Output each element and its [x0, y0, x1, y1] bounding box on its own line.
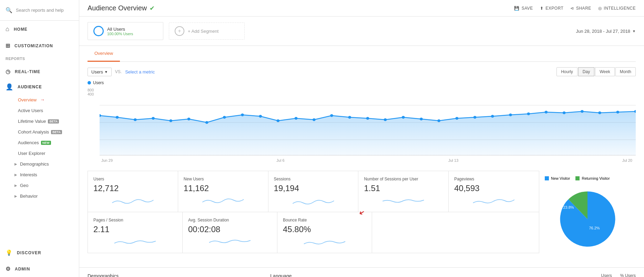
share-icon: ⊲ [570, 6, 574, 11]
export-button[interactable]: ⬆ EXPORT [540, 6, 564, 11]
metric-label-users: Users [93, 177, 172, 181]
select-metric-link[interactable]: Select a metric [125, 69, 155, 75]
sidebar-item-cohort-analysis[interactable]: Cohort Analysis BETA [0, 127, 79, 137]
sidebar-item-interests[interactable]: ▶ Interests [0, 169, 79, 180]
add-segment-button[interactable]: + + Add Segment [169, 22, 245, 40]
audience-label: AUDIENCE [18, 85, 42, 89]
sidebar-item-discover[interactable]: 💡 DISCOVER [0, 245, 79, 261]
metric-card-avg-session: Avg. Session Duration 00:02:08 [183, 212, 277, 253]
svg-point-32 [598, 111, 601, 114]
svg-point-22 [420, 118, 423, 120]
sidebar-item-lifetime-value[interactable]: Lifetime Value BETA [0, 116, 79, 127]
sparkline-users [93, 196, 172, 206]
admin-icon: ⚙ [6, 266, 11, 272]
behavior-label: Behavior [20, 194, 38, 199]
tabs-bar: Overview [88, 46, 636, 62]
metric-value-sessions: 19,194 [274, 184, 353, 193]
beta-badge-lifetime: BETA [48, 119, 59, 123]
metric-label-bounce-rate: Bounce Rate [283, 218, 366, 222]
add-segment-label: + Add Segment [188, 29, 218, 34]
sidebar-item-admin[interactable]: ⚙ ADMIN [0, 261, 79, 277]
expand-arrow-icon: ▶ [14, 162, 17, 166]
column-headers: Users % Users [453, 273, 636, 277]
save-button[interactable]: 💾 SAVE [514, 6, 533, 11]
pie-chart-wrapper: 76.2% 23.8% [545, 185, 630, 254]
sidebar-item-active-users[interactable]: Active Users [0, 105, 79, 116]
page-title-text: Audience Overview [88, 4, 147, 12]
new-visitor-color [545, 176, 549, 180]
interests-label: Interests [20, 172, 37, 177]
chart-x-labels: Jun 29 Jul 6 Jul 13 Jul 20 [98, 158, 636, 162]
svg-point-23 [437, 119, 440, 122]
lifetime-value-label: Lifetime Value [18, 119, 46, 124]
save-label: SAVE [522, 6, 533, 11]
metric-selector: Users ▼ VS. Select a metric [88, 68, 155, 76]
sparkline-new-users [184, 196, 263, 206]
time-btn-hourly[interactable]: Hourly [556, 67, 577, 76]
svg-point-33 [616, 111, 619, 113]
date-range-picker[interactable]: Jun 28, 2018 - Jul 27, 2018 ▼ [576, 29, 636, 34]
svg-point-26 [491, 115, 494, 118]
sidebar-item-customization[interactable]: ⊞ CUSTOMIZATION [0, 38, 79, 54]
main-content: Audience Overview ✔ 💾 SAVE ⬆ EXPORT ⊲ SH… [79, 0, 644, 277]
svg-point-13 [259, 115, 262, 118]
metrics-and-pie: Users 12,712 New Users 11,162 [88, 171, 636, 259]
svg-point-21 [402, 116, 405, 119]
sidebar-item-audience[interactable]: 👤 AUDIENCE [0, 80, 79, 94]
save-icon: 💾 [514, 6, 520, 11]
overview-label: Overview [18, 97, 37, 102]
sidebar: 🔍 Search reports and help ⌂ HOME ⊞ CUSTO… [0, 0, 79, 277]
all-users-sub: 100.00% Users [107, 32, 133, 36]
metric-card-new-users: New Users 11,162 [178, 171, 268, 212]
page-title: Audience Overview ✔ [88, 4, 155, 12]
sidebar-item-audiences[interactable]: Audiences NEW [0, 137, 79, 148]
search-label: Search reports and help [16, 8, 64, 13]
metrics-row1: Users 12,712 New Users 11,162 [88, 171, 539, 212]
verified-icon: ✔ [150, 4, 155, 12]
sparkline-avg-session [188, 237, 272, 247]
svg-point-16 [313, 118, 316, 121]
sidebar-item-behavior[interactable]: ▶ Behavior [0, 191, 79, 201]
svg-point-12 [241, 113, 244, 116]
sidebar-item-user-explorer[interactable]: User Explorer [0, 148, 79, 159]
svg-point-30 [563, 111, 566, 114]
metrics-row2: Pages / Session 2.11 Avg. Session Durati… [88, 212, 539, 253]
intelligence-icon: ◎ [598, 6, 602, 11]
pie-legend-returning-visitor: Returning Visitor [575, 176, 610, 180]
metric-label-pages-session: Pages / Session [93, 218, 177, 222]
reports-section-label: Reports [0, 54, 79, 63]
metric-card-bounce-rate: Bounce Rate 45.80% ➜ [277, 212, 372, 253]
chart-controls: Users ▼ VS. Select a metric Hourly Day W… [88, 67, 636, 76]
y-label-800: 800 [88, 88, 100, 92]
sidebar-item-geo[interactable]: ▶ Geo [0, 180, 79, 191]
sidebar-search[interactable]: 🔍 Search reports and help [0, 0, 79, 21]
sidebar-item-realtime[interactable]: ◷ REAL-TIME [0, 63, 79, 80]
vs-text: VS. [115, 69, 122, 74]
time-btn-week[interactable]: Week [595, 67, 614, 76]
tab-overview[interactable]: Overview [88, 46, 120, 62]
metric-value-bounce-rate: 45.80% [283, 225, 366, 234]
svg-point-29 [544, 111, 548, 113]
pie-chart-svg: 76.2% 23.8% [553, 185, 622, 254]
export-label: EXPORT [545, 6, 563, 11]
pct-users-col-header: % Users [620, 273, 636, 277]
time-btn-day[interactable]: Day [578, 67, 594, 76]
share-button[interactable]: ⊲ SHARE [570, 6, 591, 11]
svg-text:76.2%: 76.2% [589, 226, 600, 230]
sparkline-pages-session [93, 237, 177, 247]
sidebar-item-home[interactable]: ⌂ HOME [0, 21, 79, 38]
y-label-400: 400 [88, 92, 100, 96]
intelligence-button[interactable]: ◎ INTELLIGENCE [598, 6, 636, 11]
svg-point-18 [348, 116, 351, 119]
sidebar-item-demographics[interactable]: ▶ Demographics [0, 159, 79, 169]
time-btn-month[interactable]: Month [615, 67, 636, 76]
time-selector: Hourly Day Week Month [556, 67, 636, 76]
admin-label: ADMIN [15, 267, 30, 271]
sidebar-item-overview[interactable]: Overview → [0, 94, 79, 105]
all-users-segment[interactable]: All Users 100.00% Users [88, 22, 163, 40]
metric-dropdown[interactable]: Users ▼ [88, 68, 112, 76]
add-segment-circle: + [175, 26, 184, 36]
home-icon: ⌂ [6, 26, 10, 33]
metric-value-users: 12,712 [93, 184, 172, 193]
realtime-icon: ◷ [6, 68, 11, 75]
